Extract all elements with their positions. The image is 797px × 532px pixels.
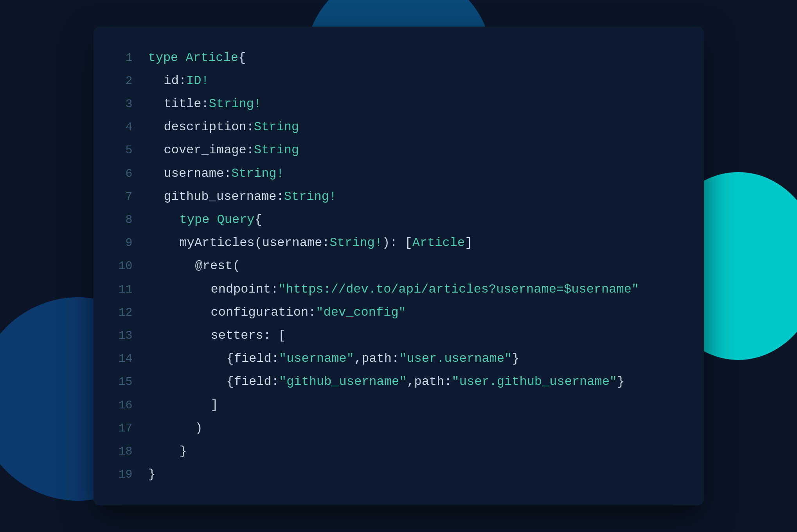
line-number: 7	[109, 186, 133, 208]
field-name-token: field	[234, 370, 272, 393]
line-number: 15	[109, 371, 133, 393]
code-line-17: 17)	[109, 417, 680, 440]
punctuation-token: }	[617, 370, 624, 393]
field-name-token: username	[262, 231, 322, 254]
line-number: 19	[109, 464, 133, 486]
code-content: @rest(	[148, 254, 240, 277]
code-line-2: 2id: ID!	[109, 69, 680, 92]
code-content: type Query {	[148, 208, 262, 231]
type-name-token: String!	[231, 162, 284, 185]
code-content: title: String!	[148, 92, 262, 115]
code-line-1: 1type Article {	[109, 46, 680, 69]
line-number: 1	[109, 47, 133, 69]
code-content: username: String!	[148, 162, 284, 185]
type-name-token: String!	[330, 231, 382, 254]
code-line-7: 7github_username: String!	[109, 185, 680, 208]
field-name-token: @rest	[195, 254, 233, 277]
line-number: 9	[109, 232, 133, 254]
punctuation-token: {	[227, 370, 234, 393]
line-number: 14	[109, 348, 133, 370]
line-number: 5	[109, 140, 133, 162]
punctuation-token: :	[179, 69, 186, 92]
line-number: 6	[109, 163, 133, 185]
punctuation-token: ,	[407, 370, 414, 393]
field-name-token: myArticles	[180, 231, 255, 254]
punctuation-token: {	[238, 46, 246, 69]
string-val-token: "user.username"	[399, 347, 512, 370]
type-name-token: Article	[412, 231, 465, 254]
code-content: myArticles(username: String!): [Article]	[148, 231, 473, 254]
type-name-token: ID!	[186, 69, 209, 92]
line-number: 2	[109, 70, 133, 92]
line-number: 3	[109, 93, 133, 115]
code-content: setters: [	[148, 324, 286, 347]
field-name-token: github_username	[164, 185, 277, 208]
punctuation-token: : [	[263, 324, 286, 347]
code-content: }	[148, 463, 156, 486]
punctuation-token: :	[272, 347, 279, 370]
field-name-token: cover_image	[164, 138, 246, 162]
punctuation-token: :	[444, 370, 452, 393]
field-name-token: field	[234, 347, 272, 370]
code-content: )	[148, 417, 203, 440]
code-line-15: 15{ field: "github_username", path: "use…	[109, 370, 680, 393]
type-name-token: String	[254, 138, 299, 162]
kw-token: type Article	[148, 46, 238, 69]
punctuation-token: }	[512, 347, 519, 370]
punctuation-token: ): [	[382, 231, 412, 254]
code-content: type Article {	[148, 46, 246, 69]
code-content: description: String	[148, 115, 299, 138]
code-line-18: 18}	[109, 440, 680, 463]
field-name-token: title	[164, 92, 201, 115]
code-content: endpoint: "https://dev.to/api/articles?u…	[148, 278, 639, 301]
type-name-token: String!	[284, 185, 336, 208]
code-line-16: 16]	[109, 394, 680, 417]
punctuation-token: (	[233, 254, 240, 277]
punctuation-token: :	[322, 231, 329, 254]
string-val-token: "dev_config"	[316, 301, 406, 324]
punctuation-token: )	[195, 417, 203, 440]
punctuation-token: (	[255, 231, 262, 254]
punctuation-token: :	[272, 370, 279, 393]
code-line-6: 6username: String!	[109, 162, 680, 185]
code-block: 1type Article {2id: ID!3title: String!4d…	[109, 46, 680, 486]
line-number: 18	[109, 441, 133, 463]
punctuation-token: :	[271, 278, 278, 301]
string-val-token: "user.github_username"	[452, 370, 617, 393]
code-line-19: 19}	[109, 463, 680, 486]
punctuation-token: :	[224, 162, 231, 185]
code-line-12: 12configuration: "dev_config"	[109, 301, 680, 324]
punctuation-token: }	[148, 463, 156, 486]
punctuation-token: {	[255, 208, 262, 231]
punctuation-token: :	[392, 347, 399, 370]
type-name-token: String!	[209, 92, 261, 115]
code-line-9: 9myArticles(username: String!): [Article…	[109, 231, 680, 254]
punctuation-token: ]	[465, 231, 472, 254]
kw-token: type Query	[180, 208, 255, 231]
code-content: github_username: String!	[148, 185, 337, 208]
line-number: 8	[109, 209, 133, 231]
line-number: 13	[109, 325, 133, 347]
line-number: 11	[109, 279, 133, 301]
line-number: 12	[109, 302, 133, 324]
code-line-8: 8type Query {	[109, 208, 680, 231]
code-content: { field: "github_username", path: "user.…	[148, 370, 625, 393]
field-name-token: endpoint	[211, 278, 271, 301]
line-number: 17	[109, 418, 133, 440]
punctuation-token: {	[227, 347, 234, 370]
field-name-token: username	[164, 162, 224, 185]
field-name-token: id	[164, 69, 179, 92]
type-name-token: String	[254, 115, 299, 138]
line-number: 10	[109, 255, 133, 277]
code-line-5: 5cover_image: String	[109, 138, 680, 162]
string-val-token: "username"	[279, 347, 354, 370]
code-line-14: 14{ field: "username", path: "user.usern…	[109, 347, 680, 370]
code-content: cover_image: String	[148, 138, 299, 162]
field-name-token: setters	[211, 324, 263, 347]
punctuation-token: :	[308, 301, 316, 324]
code-content: configuration: "dev_config"	[148, 301, 406, 324]
punctuation-token: :	[246, 115, 254, 138]
punctuation-token: :	[246, 138, 254, 162]
punctuation-token: ,	[354, 347, 362, 370]
code-line-11: 11endpoint: "https://dev.to/api/articles…	[109, 278, 680, 301]
